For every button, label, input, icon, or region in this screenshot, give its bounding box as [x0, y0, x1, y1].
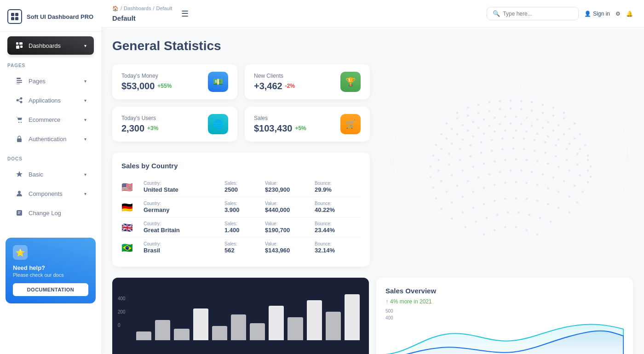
- ecommerce-label: Ecommerce: [29, 116, 60, 123]
- dashboards-label: Dashboards: [29, 42, 61, 49]
- clients-value: +3,462 -2%: [254, 81, 295, 91]
- clients-icon: 🏆: [340, 72, 361, 92]
- svg-point-203: [525, 229, 528, 231]
- svg-point-189: [568, 211, 570, 214]
- breadcrumb-current: Default: [112, 14, 136, 22]
- menu-icon[interactable]: ☰: [181, 9, 189, 19]
- bounce-val: 32.14%: [315, 247, 361, 254]
- svg-point-190: [464, 226, 466, 228]
- stat-card-clients: New Clients +3,462 -2% 🏆: [245, 64, 370, 99]
- svg-point-118: [448, 164, 450, 166]
- svg-point-110: [544, 141, 546, 143]
- svg-rect-10: [17, 82, 22, 83]
- svg-point-100: [437, 159, 440, 161]
- sidebar-item-authentication[interactable]: Authentication ▾: [7, 130, 94, 148]
- sales-icon: 🛒: [340, 114, 361, 134]
- sidebar: Soft UI Dashboard PRO Dashboards ▾ PAGES: [0, 0, 101, 354]
- svg-point-47: [510, 108, 512, 110]
- bottom-charts-row: 400 200 0 Sales Overview ↑ 4% more in 20…: [112, 278, 633, 354]
- svg-point-134: [440, 180, 443, 183]
- value-val: $230,900: [265, 186, 311, 193]
- svg-point-171: [515, 181, 517, 183]
- sidebar-item-pages[interactable]: Pages ▾: [7, 72, 94, 90]
- svg-point-33: [488, 101, 490, 103]
- svg-point-202: [515, 226, 517, 228]
- svg-point-108: [523, 137, 525, 140]
- svg-rect-19: [17, 138, 22, 142]
- globe-decoration: [377, 28, 644, 257]
- search-input[interactable]: [503, 11, 567, 17]
- svg-point-56: [461, 124, 464, 126]
- svg-line-16: [18, 101, 20, 102]
- sidebar-item-dashboards[interactable]: Dashboards ▾: [7, 36, 94, 55]
- svg-point-62: [525, 117, 528, 119]
- svg-point-54: [440, 133, 443, 136]
- y-400: 400: [385, 315, 393, 320]
- svg-point-86: [461, 138, 464, 141]
- svg-point-133: [432, 187, 434, 189]
- svg-point-31: [467, 107, 469, 109]
- sales-val: 2500: [224, 186, 261, 193]
- svg-point-64: [547, 121, 549, 123]
- svg-point-116: [430, 176, 432, 178]
- notifications-button[interactable]: 🔔: [626, 11, 633, 17]
- svg-point-26: [436, 86, 586, 236]
- svg-point-144: [547, 162, 549, 165]
- svg-point-53: [574, 122, 576, 125]
- help-title: Need help?: [13, 264, 88, 271]
- docs-section-label: DOCS: [0, 149, 101, 164]
- badge-text: 4% more in 2021: [390, 298, 432, 305]
- svg-rect-21: [17, 210, 22, 216]
- documentation-button[interactable]: DOCUMENTATION: [13, 283, 88, 296]
- svg-point-122: [491, 150, 493, 152]
- svg-point-179: [461, 211, 464, 214]
- settings-button[interactable]: ⚙: [615, 11, 621, 17]
- svg-point-166: [461, 195, 464, 198]
- svg-point-155: [499, 171, 501, 173]
- bounce-val: 23.44%: [315, 227, 361, 234]
- svg-point-107: [512, 137, 514, 139]
- country-name: Brasil: [144, 247, 221, 254]
- authentication-icon: [15, 134, 24, 143]
- sales-badge: +5%: [295, 125, 306, 131]
- svg-point-125: [523, 148, 525, 150]
- chevron-down-icon: ▾: [84, 98, 86, 103]
- app-name: Soft UI Dashboard PRO: [27, 13, 93, 20]
- pages-label: Pages: [29, 78, 46, 85]
- svg-point-75: [510, 122, 512, 125]
- y-label-0: 0: [118, 323, 126, 328]
- svg-point-153: [477, 177, 480, 179]
- svg-point-105: [491, 139, 493, 141]
- signin-button[interactable]: 👤 Sign in: [584, 11, 610, 17]
- svg-point-121: [480, 152, 483, 154]
- svg-rect-2: [11, 17, 14, 20]
- svg-point-55: [451, 128, 453, 130]
- svg-point-18: [21, 122, 22, 123]
- svg-point-41: [445, 122, 448, 125]
- topbar: 🏠 / Dashboards / Default Default ☰ 🔍 👤 S…: [101, 0, 644, 28]
- svg-point-197: [539, 217, 541, 219]
- users-icon: 🌐: [208, 114, 228, 134]
- basic-label: Basic: [29, 171, 43, 178]
- svg-point-146: [568, 170, 570, 172]
- svg-point-85: [451, 143, 453, 145]
- bell-icon: 🔔: [626, 11, 633, 17]
- chevron-down-icon: ▾: [84, 43, 86, 48]
- svg-point-126: [534, 150, 536, 152]
- home-icon: 🏠: [112, 6, 119, 11]
- svg-point-113: [576, 153, 579, 155]
- sidebar-item-applications[interactable]: Applications ▾: [7, 91, 94, 109]
- svg-point-82: [584, 144, 586, 146]
- svg-point-98: [587, 154, 589, 157]
- svg-point-74: [499, 123, 501, 126]
- svg-point-81: [574, 137, 576, 140]
- sidebar-item-changelog[interactable]: Change Log: [7, 204, 94, 222]
- sales-country-title: Sales by Country: [121, 162, 361, 170]
- components-label: Components: [29, 190, 63, 197]
- svg-point-99: [430, 165, 432, 167]
- sidebar-item-basic[interactable]: Basic ▾: [7, 165, 94, 183]
- sidebar-item-ecommerce[interactable]: Ecommerce ▾: [7, 110, 94, 129]
- svg-point-127: [544, 152, 546, 154]
- sidebar-item-components[interactable]: Components ▾: [7, 184, 94, 203]
- stats-grid: Today's Money $53,000 +55% 💵 New Clients…: [112, 64, 370, 142]
